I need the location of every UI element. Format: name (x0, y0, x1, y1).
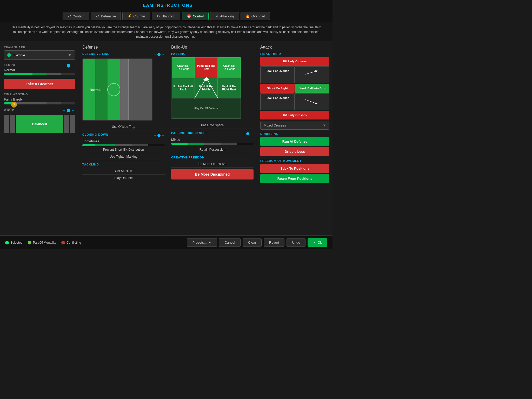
freedom-of-movement-label: FREEDOM OF MOVEMENT (260, 159, 329, 162)
pass-cell-clear-ball-left[interactable]: Clear BallTo Flanks (172, 57, 195, 78)
description-text: This mentality is best employed for matc… (0, 22, 332, 42)
tempo-indicator (67, 64, 70, 68)
tab-defensive-label: Defensive (101, 14, 116, 18)
def-left-arrow[interactable]: ← (153, 53, 156, 56)
ft-look-overlap-top[interactable]: Look For Overlap (260, 66, 295, 83)
ft-work-ball-into-box[interactable]: Work Ball Into Box (295, 84, 329, 93)
closing-left-arrow[interactable]: ← (153, 134, 156, 137)
tab-attacking[interactable]: ⚔ Attacking (210, 12, 239, 20)
legend-selected-label: Selected (10, 241, 23, 244)
closing-down-header: CLOSING DOWN ← → (82, 133, 165, 138)
closing-right-arrow[interactable]: → (162, 134, 165, 137)
pd-left-arrow[interactable]: ← (242, 132, 245, 136)
defensive-icon: 🛡 (96, 14, 99, 18)
svg-line-3 (305, 99, 317, 104)
presets-button[interactable]: Presets... ▼ (187, 238, 217, 247)
pitch-normal-label: Normal (90, 88, 102, 92)
tooltip-question-mark: ? (11, 102, 17, 108)
closing-value: Sometimes (82, 139, 165, 143)
stay-on-feet-option[interactable]: Stay On Feet (82, 175, 165, 181)
overload-icon: 🔥 (245, 14, 250, 18)
run-at-defense-button[interactable]: Run At Defense (260, 137, 329, 146)
use-tighter-marking-option[interactable]: Use Tighter Marking (82, 153, 165, 160)
pass-cell-exploit-left[interactable]: Exploit The Left Flank (172, 78, 195, 98)
stick-to-positions-button[interactable]: Stick To Positions (260, 164, 329, 173)
tab-attacking-label: Attacking (220, 14, 234, 18)
tab-control[interactable]: 🎯 Control (182, 12, 209, 20)
ft-hit-early-bottom[interactable]: Hit Early Crosses (260, 111, 329, 119)
ft-arrow-bottom (295, 93, 329, 110)
retain-possession-option[interactable]: Retain Possession (171, 146, 254, 153)
tempo-label: TEMPO (4, 63, 15, 66)
mixed-crosses-chevron: ▼ (323, 123, 326, 127)
tab-overload[interactable]: 🔥 Overload (241, 12, 270, 20)
creative-freedom-label: CREATIVE FREEDOM (171, 156, 254, 159)
clear-button[interactable]: Clear (243, 238, 262, 247)
cancel-button[interactable]: Cancel (219, 238, 240, 247)
header: TEAM INSTRUCTIONS (0, 0, 332, 10)
tab-contain[interactable]: 🛡 Contain (63, 12, 89, 20)
pitch-col-5 (129, 59, 152, 120)
defensive-line-label: DEFENSIVE LINE (82, 52, 109, 55)
tab-bar: 🛡 Contain 🛡 Defensive ⚡ Counter ⚙ Standa… (0, 10, 332, 22)
pass-cell-exploit-middle[interactable]: Exploit The Middle (195, 78, 218, 98)
ft-shoot-on-sight[interactable]: Shoot On Sight (260, 84, 295, 93)
undo-button[interactable]: Undo (287, 238, 305, 247)
center-circle (107, 83, 120, 96)
prevent-short-gk-option[interactable]: Prevent Short GK Distribution (82, 146, 165, 153)
pass-cell-exploit-right[interactable]: Exploit The Right Flank (218, 78, 241, 98)
be-more-disciplined-button[interactable]: Be More Disciplined (171, 169, 254, 179)
pass-into-space-option[interactable]: Pass Into Space (171, 122, 254, 129)
tempo-right-arrow[interactable]: → (71, 64, 75, 68)
center-panels: Defense DEFENSIVE LINE ← → (79, 42, 257, 235)
mixed-crosses-dropdown[interactable]: Mixed Crosses ▼ (260, 121, 329, 130)
legend-selected: Selected (5, 241, 23, 244)
radio-dot (7, 53, 11, 57)
final-third-grid: Hit Early Crosses Look For Overlap Shoot (260, 57, 329, 119)
tab-counter-label: Counter (133, 14, 145, 18)
page-title: TEAM INSTRUCTIONS (140, 3, 193, 8)
passing-pitch: Clear BallTo Flanks Pump Ball IntoBox Cl… (171, 57, 241, 119)
ok-button[interactable]: ✓ Ok (308, 238, 327, 247)
standard-icon: ⚙ (157, 14, 160, 18)
tempo-value: Normal (4, 68, 75, 72)
dribble-less-button[interactable]: Dribble Less (260, 147, 329, 156)
chevron-down-icon: ▼ (68, 53, 72, 57)
control-icon: 🎯 (187, 14, 191, 18)
tempo-left-arrow[interactable]: ← (62, 64, 66, 68)
tab-counter[interactable]: ⚡ Counter (122, 12, 150, 20)
time-wasting-slider-container: ? (4, 102, 75, 104)
team-shape-dropdown[interactable]: Flexible ▼ (4, 50, 75, 60)
def-right-arrow[interactable]: → (162, 53, 165, 56)
left-panel: TEAM SHAPE Flexible ▼ TEMPO ← → No (0, 42, 79, 235)
pass-cell-clear-ball-right[interactable]: Clear BallTo Flanks (218, 57, 241, 78)
tempo-slider[interactable] (4, 73, 75, 75)
width-bar-center: Balanced (16, 115, 63, 133)
width-right-arrow[interactable]: → (71, 108, 75, 112)
ft-look-overlap-bottom[interactable]: Look For Overlap (260, 93, 295, 110)
tab-standard[interactable]: ⚙ Standard (152, 12, 180, 20)
pitch-col-4 (120, 59, 129, 120)
take-breather-button[interactable]: Take A Breather (4, 79, 75, 89)
pd-right-arrow[interactable]: → (250, 132, 254, 136)
svg-line-2 (305, 71, 317, 74)
tab-defensive[interactable]: 🛡 Defensive (91, 12, 121, 20)
width-label: WIDTH (4, 108, 15, 111)
pass-cell-pump-ball[interactable]: Pump Ball IntoBox (195, 57, 218, 78)
roam-from-positions-button[interactable]: Roam From Positions (260, 174, 329, 183)
ft-hit-early-top[interactable]: Hit Early Crosses (260, 57, 329, 66)
width-left-arrow[interactable]: ← (62, 108, 66, 112)
main-content: TEAM SHAPE Flexible ▼ TEMPO ← → No (0, 42, 332, 235)
revert-button[interactable]: Revert (264, 238, 284, 247)
final-third-label: FINAL THIRD (260, 52, 329, 55)
width-indicator (67, 109, 70, 112)
be-more-expressive-option[interactable]: Be More Expressive (171, 161, 254, 168)
ft-arrow-top (295, 66, 329, 83)
offside-trap-option[interactable]: Use Offside Trap (82, 123, 165, 130)
selected-dot (5, 241, 9, 244)
closing-slider[interactable] (82, 144, 165, 146)
team-shape-value: Flexible (14, 53, 68, 57)
pass-cell-play-out[interactable]: Play Out Of Defense (172, 98, 241, 119)
passing-directness-slider[interactable] (171, 143, 254, 145)
get-stuck-in-option[interactable]: Get Stuck In (82, 168, 165, 175)
